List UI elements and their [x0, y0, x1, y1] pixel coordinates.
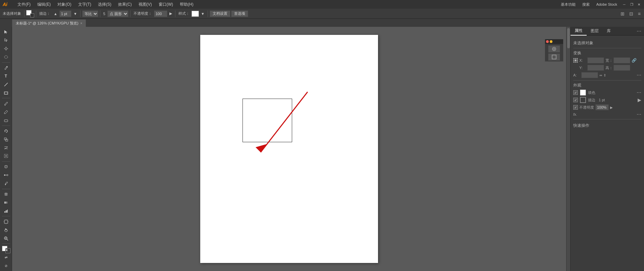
tool-sep-5: [2, 189, 10, 189]
lasso-tool[interactable]: [1, 53, 11, 61]
angle-label: A:: [573, 73, 580, 77]
artboard-tool[interactable]: [1, 218, 11, 225]
menu-edit[interactable]: 编辑(E): [35, 1, 53, 8]
scrollbar-thumb[interactable]: [567, 28, 570, 48]
style-arrow[interactable]: ▼: [200, 12, 206, 16]
symbol-spray-tool[interactable]: [1, 163, 11, 171]
direct-selection-tool[interactable]: [1, 37, 11, 44]
opacity-expand-btn[interactable]: ▶: [610, 106, 613, 109]
tab-library[interactable]: 库: [603, 27, 615, 35]
fp-icon-btn-2[interactable]: [548, 53, 560, 61]
close-button[interactable]: ✕: [637, 2, 641, 7]
tab-layers[interactable]: 图层: [587, 27, 603, 35]
y-value-input[interactable]: [587, 65, 604, 71]
workspace-selector[interactable]: 基本功能: [559, 1, 578, 8]
adobe-stock-btn[interactable]: Adobe Stock: [594, 2, 619, 7]
swap-colors-btn[interactable]: ⇄: [1, 254, 11, 261]
tab-close-btn[interactable]: ×: [80, 21, 83, 25]
document-tab[interactable]: 未标题-1* @ 126% (CMYK/GPU 预览) ×: [12, 19, 86, 27]
vertical-scrollbar[interactable]: [566, 27, 570, 271]
stroke-down-arrow[interactable]: ▼: [72, 12, 78, 16]
menu-window[interactable]: 窗口(W): [156, 1, 176, 8]
fp-icon-btn-1[interactable]: [548, 45, 560, 53]
float-panel: [545, 39, 564, 62]
chart-tool[interactable]: [1, 207, 11, 215]
no-selection-label: 未选择对象: [573, 40, 641, 46]
prefs-button[interactable]: 首选项: [231, 10, 248, 17]
eyedropper-tool[interactable]: [1, 180, 11, 187]
magic-wand-tool[interactable]: [1, 45, 11, 53]
scale-tool[interactable]: [1, 136, 11, 143]
stroke-up-arrow[interactable]: ▲: [52, 12, 59, 16]
rotate-tool[interactable]: [1, 127, 11, 135]
document-page: [200, 35, 378, 263]
x-value-input[interactable]: [587, 57, 604, 63]
fp-minimize-dot[interactable]: [550, 40, 552, 43]
stroke-width-input[interactable]: [59, 10, 71, 17]
fill-color-display[interactable]: [580, 90, 586, 96]
hand-tool[interactable]: [1, 226, 11, 234]
w-value-input[interactable]: [613, 57, 630, 63]
menu-select[interactable]: 选择(S): [95, 1, 114, 8]
selection-tool[interactable]: [1, 28, 11, 36]
h-value-input[interactable]: [613, 65, 630, 71]
arrange-panels-icon[interactable]: ⊞: [619, 11, 627, 16]
panel-more-icon[interactable]: ⋯: [634, 29, 644, 34]
svg-rect-30: [4, 211, 5, 213]
opacity-input[interactable]: [154, 10, 167, 17]
opacity-value-input[interactable]: [595, 104, 609, 110]
search-btn[interactable]: 搜索: [580, 1, 592, 8]
mesh-tool[interactable]: [1, 191, 11, 198]
tool-sep-1: [2, 62, 10, 63]
corner-shape-dropdown[interactable]: 点 圆形: [107, 10, 128, 17]
minimize-button[interactable]: ─: [622, 2, 627, 7]
warp-tool[interactable]: [1, 144, 11, 152]
text-tool[interactable]: T: [1, 72, 11, 80]
opacity-arrow[interactable]: ▶: [168, 11, 173, 16]
appearance-more-btn[interactable]: ⋯: [637, 112, 641, 117]
fill-checkbox[interactable]: ✓: [573, 90, 578, 95]
stroke-more-btn[interactable]: ▶: [638, 97, 641, 103]
menu-text[interactable]: 文字(T): [75, 1, 94, 8]
appearance-section-label: 外观: [573, 83, 641, 88]
lock-proportions-icon[interactable]: 🔗: [632, 58, 637, 63]
fx-label[interactable]: fx.: [573, 112, 577, 116]
blend-tool[interactable]: [1, 171, 11, 179]
tab-properties[interactable]: 属性: [571, 26, 587, 36]
style-swatch[interactable]: [192, 11, 199, 17]
eraser-tool[interactable]: [1, 116, 11, 124]
stroke-checkbox[interactable]: ✓: [573, 98, 578, 102]
transform-more-btn[interactable]: ⋯: [637, 72, 641, 78]
transform-angle-row: A: ⇔ ⇕ ⋯: [573, 72, 641, 78]
angle-value-input[interactable]: [581, 72, 598, 78]
toggle-panel-icon[interactable]: ⊟: [627, 11, 635, 16]
stroke-align-dropdown[interactable]: 等比: [82, 10, 98, 17]
float-panel-titlebar: [545, 39, 563, 44]
menu-help[interactable]: 帮助(H): [177, 1, 196, 8]
stroke-color-display[interactable]: [580, 97, 586, 103]
stroke-swatch[interactable]: [30, 13, 34, 17]
free-transform-tool[interactable]: [1, 152, 11, 160]
fill-more-btn[interactable]: ⋯: [637, 90, 641, 95]
menu-object[interactable]: 对象(O): [55, 1, 74, 8]
line-tool[interactable]: [1, 81, 11, 89]
opacity-checkbox[interactable]: ✓: [573, 105, 578, 110]
fp-close-dot[interactable]: [546, 40, 549, 43]
paintbrush-tool[interactable]: [1, 100, 11, 107]
zoom-tool[interactable]: [1, 234, 11, 242]
canvas-area[interactable]: [12, 27, 566, 271]
none-color-btn[interactable]: ⊘: [1, 262, 11, 270]
flip-h-icon[interactable]: ⇔: [599, 73, 602, 77]
doc-settings-button[interactable]: 文档设置: [210, 10, 230, 17]
stroke-color-swatch[interactable]: [6, 249, 10, 253]
more-toolbar-icon[interactable]: ≡: [636, 11, 643, 16]
flip-v-icon[interactable]: ⇕: [603, 73, 606, 77]
gradient-tool[interactable]: [1, 199, 11, 207]
restore-button[interactable]: ❐: [629, 2, 634, 7]
menu-view[interactable]: 视图(V): [136, 1, 155, 8]
rectangle-tool[interactable]: [1, 89, 11, 97]
pen-tool[interactable]: [1, 64, 11, 72]
menu-file[interactable]: 文件(F): [15, 1, 33, 8]
menu-effect[interactable]: 效果(C): [115, 1, 135, 8]
pencil-tool[interactable]: [1, 108, 11, 116]
